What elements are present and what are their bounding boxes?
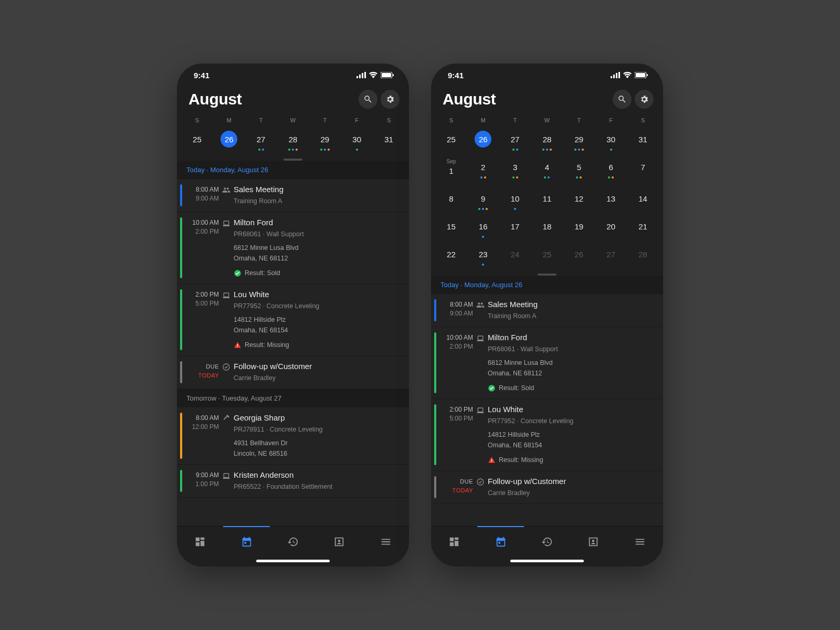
weekday-row: SMTWTFS: [177, 114, 409, 129]
event-times: DUETODAY: [186, 361, 219, 383]
day-cell[interactable]: 18: [531, 216, 563, 244]
day-cell[interactable]: 27: [499, 129, 531, 156]
svg-rect-15: [618, 72, 620, 78]
day-cell[interactable]: 28: [627, 244, 659, 271]
gear-icon: [385, 94, 395, 104]
event-item[interactable]: 8:00 AM12:00 PM Georgia Sharp PRJ78911 ·…: [177, 407, 409, 465]
day-cell[interactable]: 4: [531, 156, 563, 188]
day-cell[interactable]: 30: [595, 129, 627, 156]
day-cell[interactable]: 20: [595, 216, 627, 244]
day-number: 28: [285, 131, 301, 148]
day-cell[interactable]: 26: [467, 129, 499, 156]
day-cell[interactable]: 28: [277, 129, 309, 156]
home-indicator[interactable]: [510, 560, 584, 562]
event-dots: [435, 149, 467, 151]
svg-rect-13: [613, 75, 615, 78]
svg-rect-2: [362, 73, 363, 78]
day-cell[interactable]: Sep1: [435, 156, 467, 188]
day-cell[interactable]: 27: [595, 244, 627, 271]
due-label: DUE: [440, 477, 473, 486]
header: August: [177, 87, 409, 114]
event-item[interactable]: 10:00 AM2:00 PM Milton Ford PR68061 · Wa…: [431, 327, 663, 399]
status-bar: 9:41: [177, 64, 409, 87]
svg-rect-12: [611, 76, 612, 78]
event-item[interactable]: 10:00 AM2:00 PM Milton Ford PR68061 · Wa…: [177, 212, 409, 284]
home-indicator[interactable]: [256, 560, 330, 562]
event-item[interactable]: DUETODAY Follow-up w/Customer Carrie Bra…: [177, 356, 409, 389]
day-cell[interactable]: 6: [595, 156, 627, 188]
day-cell[interactable]: 30: [341, 129, 373, 156]
day-cell[interactable]: 26: [563, 244, 595, 271]
event-time-end: 5:00 PM: [440, 414, 473, 423]
event-subtitle: PR77952 · Concrete Leveling: [488, 416, 657, 426]
settings-button[interactable]: [381, 90, 400, 109]
tab-contacts[interactable]: [570, 527, 616, 556]
day-cell[interactable]: 31: [627, 129, 659, 156]
event-item[interactable]: 8:00 AM9:00 AM Sales Meeting Training Ro…: [431, 294, 663, 327]
tab-calendar[interactable]: [223, 527, 269, 556]
event-list[interactable]: Today · Monday, August 26 8:00 AM9:00 AM…: [177, 161, 409, 526]
event-item[interactable]: DUETODAY Follow-up w/Customer Carrie Bra…: [431, 471, 663, 504]
event-list[interactable]: Today · Monday, August 26 8:00 AM9:00 AM…: [431, 276, 663, 526]
day-cell[interactable]: 24: [499, 244, 531, 271]
tab-dashboard[interactable]: [177, 527, 223, 556]
search-button[interactable]: [359, 90, 377, 109]
event-dots: [467, 236, 499, 238]
event-time-start: 10:00 AM: [440, 333, 473, 342]
day-cell[interactable]: 10: [499, 188, 531, 216]
day-cell[interactable]: 11: [531, 188, 563, 216]
day-cell[interactable]: 25: [435, 129, 467, 156]
day-cell[interactable]: 25: [181, 129, 213, 156]
day-number: 25: [443, 131, 459, 148]
event-dots: [499, 176, 531, 179]
day-cell[interactable]: 5: [563, 156, 595, 188]
event-body: Sales Meeting Training Room A: [234, 184, 403, 206]
event-type-icon: [219, 289, 234, 350]
day-cell[interactable]: 31: [373, 129, 405, 156]
day-cell[interactable]: 17: [499, 216, 531, 244]
event-dots: [531, 264, 563, 266]
day-cell[interactable]: 27: [245, 129, 277, 156]
day-cell[interactable]: 16: [467, 216, 499, 244]
day-cell[interactable]: 9: [467, 188, 499, 216]
weekday-label: W: [277, 114, 309, 129]
tab-dashboard[interactable]: [431, 527, 477, 556]
day-cell[interactable]: 2: [467, 156, 499, 188]
day-cell[interactable]: 29: [309, 129, 341, 156]
tab-calendar[interactable]: [477, 527, 523, 556]
search-button[interactable]: [613, 90, 632, 109]
settings-button[interactable]: [635, 90, 654, 109]
day-cell[interactable]: 29: [563, 129, 595, 156]
day-cell[interactable]: 14: [627, 188, 659, 216]
day-number: 22: [443, 246, 459, 262]
tab-menu[interactable]: [363, 527, 409, 556]
day-cell[interactable]: 25: [531, 244, 563, 271]
day-cell[interactable]: 26: [213, 129, 245, 156]
event-item[interactable]: 8:00 AM9:00 AM Sales Meeting Training Ro…: [177, 179, 409, 212]
day-cell[interactable]: 23: [467, 244, 499, 271]
day-cell[interactable]: 15: [435, 216, 467, 244]
day-number: 7: [635, 159, 652, 175]
day-cell[interactable]: 21: [627, 216, 659, 244]
calendar-icon: [241, 536, 253, 548]
day-cell[interactable]: 7: [627, 156, 659, 188]
day-cell[interactable]: 8: [435, 188, 467, 216]
day-cell[interactable]: 28: [531, 129, 563, 156]
day-number: 26: [475, 131, 491, 148]
day-cell[interactable]: 19: [563, 216, 595, 244]
event-title: Follow-up w/Customer: [234, 361, 403, 372]
event-color-stripe: [434, 476, 436, 498]
day-cell[interactable]: 3: [499, 156, 531, 188]
event-address: 6812 Minne Lusa BlvdOmaha, NE 68112: [488, 358, 657, 379]
tab-history[interactable]: [270, 527, 316, 556]
tab-menu[interactable]: [617, 527, 663, 556]
day-cell[interactable]: 13: [595, 188, 627, 216]
tab-history[interactable]: [524, 527, 570, 556]
event-item[interactable]: 2:00 PM5:00 PM Lou White PR77952 · Concr…: [431, 399, 663, 471]
event-item[interactable]: 2:00 PM5:00 PM Lou White PR77952 · Concr…: [177, 284, 409, 356]
day-cell[interactable]: 22: [435, 244, 467, 271]
tab-contacts[interactable]: [316, 527, 362, 556]
section-today: Today · Monday, August 26: [431, 276, 663, 294]
day-cell[interactable]: 12: [563, 188, 595, 216]
event-item[interactable]: 9:00 AM1:00 PM Kristen Anderson PR65522 …: [177, 465, 409, 498]
